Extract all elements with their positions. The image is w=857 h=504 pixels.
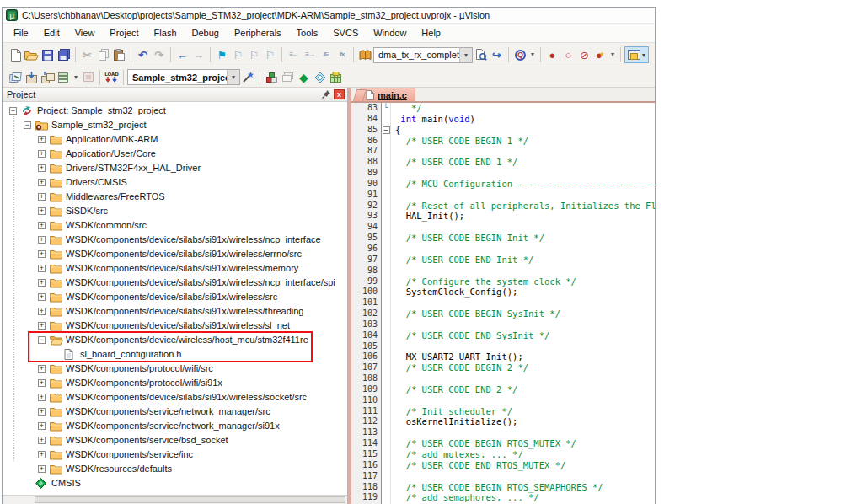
expand-icon[interactable]: + (38, 179, 46, 186)
collapse-icon[interactable]: − (38, 336, 46, 344)
collapse-icon[interactable]: − (9, 107, 17, 115)
expand-icon[interactable]: + (38, 236, 46, 244)
tree-row[interactable]: +WSDK/resources/defaults (3, 462, 347, 476)
expand-icon[interactable]: + (38, 465, 46, 473)
tree-row[interactable]: +Application/User/Core (3, 147, 347, 161)
tree-row[interactable]: +WSDK/components/service/network_manager… (3, 405, 347, 419)
new-file-icon[interactable] (8, 47, 24, 63)
tree-row[interactable]: CMSIS (3, 476, 347, 491)
fold-toggle-icon[interactable]: − (382, 125, 390, 136)
menu-view[interactable]: View (67, 25, 103, 40)
expand-icon[interactable]: + (38, 164, 46, 172)
download-load-icon[interactable]: LOAD (104, 69, 120, 85)
copy-icon[interactable] (95, 47, 111, 63)
expand-icon[interactable]: + (38, 394, 46, 401)
undo-icon[interactable]: ↶ (135, 47, 151, 63)
menu-edit[interactable]: Edit (36, 25, 67, 40)
tree-row[interactable]: −Project: Sample_stm32_project (3, 104, 347, 118)
expand-icon[interactable]: + (38, 279, 46, 287)
batch-build-icon[interactable] (56, 69, 72, 85)
redo-icon[interactable]: ↷ (151, 47, 167, 63)
cut-icon[interactable]: ✂ (79, 47, 95, 63)
expand-icon[interactable]: + (38, 293, 46, 301)
options-for-target-icon[interactable] (240, 69, 256, 85)
unindent-icon[interactable]: ≡← (286, 47, 302, 63)
open-file-icon[interactable] (24, 47, 40, 63)
find-in-files-icon[interactable] (473, 47, 489, 63)
toggle-breakpoint-icon[interactable]: ● (544, 47, 560, 63)
expand-icon[interactable]: + (38, 222, 46, 229)
comment-selection-icon[interactable]: //≡ (318, 47, 334, 63)
batch-build-dropdown-icon[interactable]: ▾ (72, 69, 80, 85)
manage-rte-icon[interactable]: ◆ (296, 69, 312, 85)
next-bookmark-icon[interactable]: ⚐ (246, 47, 262, 63)
target-select-combo[interactable]: Sample_stm32_project ▾ (127, 69, 240, 85)
rebuild-icon[interactable] (40, 69, 56, 85)
expand-icon[interactable]: + (38, 150, 46, 158)
tree-row[interactable]: −WSDK/components/device/wireless/host_mc… (3, 333, 347, 347)
expand-icon[interactable]: + (38, 437, 46, 444)
paste-icon[interactable] (111, 47, 127, 63)
tree-row[interactable]: +WSDK/components/protocol/wifi/src (3, 362, 347, 376)
tree-row[interactable]: sl_board_configuration.h (3, 347, 347, 362)
uncomment-selection-icon[interactable]: //x (334, 47, 350, 63)
multiple-windows-icon[interactable] (280, 69, 296, 85)
code-editor[interactable]: 8384858687888990919293949596979899100101… (351, 103, 655, 504)
function-browse-icon[interactable] (357, 47, 373, 63)
navigate-back-icon[interactable]: ← (174, 47, 190, 63)
navigate-forward-icon[interactable]: → (190, 47, 206, 63)
expand-icon[interactable]: + (38, 451, 46, 458)
tree-row[interactable]: +Middlewares/FreeRTOS (3, 190, 347, 204)
fold-margin[interactable]: └− (382, 103, 391, 504)
tree-row[interactable]: +SiSDK/src (3, 204, 347, 218)
menu-svcs[interactable]: SVCS (325, 25, 366, 40)
pin-icon[interactable] (321, 89, 331, 99)
menu-flash[interactable]: Flash (147, 25, 185, 40)
search-text-combo[interactable]: dma_tx_rx_completed ▾ (373, 47, 473, 63)
tree-row[interactable]: +WSDK/common/src (3, 218, 347, 233)
disable-all-breakpoints-icon[interactable]: ⊘ (576, 47, 592, 63)
project-tree[interactable]: −Project: Sample_stm32_project−Sample_st… (3, 102, 347, 495)
stop-build-icon[interactable] (80, 69, 96, 85)
clear-bookmarks-icon[interactable]: ⚐ (262, 47, 278, 63)
disable-breakpoint-icon[interactable]: ○ (560, 47, 576, 63)
indent-icon[interactable]: ≡→ (302, 47, 318, 63)
breakpoints-dropdown-icon[interactable]: ▾ (608, 47, 617, 63)
expand-icon[interactable]: + (38, 365, 46, 373)
quick-search-icon[interactable]: Q (512, 47, 528, 63)
expand-icon[interactable]: + (38, 408, 46, 416)
tree-row[interactable]: +WSDK/components/device/silabs/si91x/wir… (3, 304, 347, 319)
translate-file-icon[interactable] (8, 69, 24, 85)
expand-icon[interactable]: + (38, 379, 46, 387)
scrollbar-thumb[interactable] (35, 496, 345, 503)
quick-search-dropdown-icon[interactable]: ▾ (528, 47, 537, 63)
tree-row[interactable]: +WSDK/components/device/silabs/si91x/wir… (3, 233, 347, 247)
manage-components-icon[interactable] (264, 69, 280, 85)
tree-row[interactable]: +Drivers/CMSIS (3, 175, 347, 190)
tab-main-c[interactable]: main.c (360, 88, 415, 101)
tree-row[interactable]: +Drivers/STM32F4xx_HAL_Driver (3, 161, 347, 175)
tree-row[interactable]: +WSDK/components/device/silabs/si91x/wir… (3, 319, 347, 333)
tree-row[interactable]: +WSDK/components/device/silabs/si91x/wir… (3, 390, 347, 405)
pack-installer-icon[interactable] (328, 69, 344, 85)
select-software-packs-icon[interactable] (312, 69, 328, 85)
save-all-icon[interactable] (56, 47, 72, 63)
tree-row[interactable]: −Sample_stm32_project (3, 118, 347, 132)
kill-all-breakpoints-icon[interactable]: ●★ (592, 47, 608, 63)
search-combo-dropdown-icon[interactable]: ▾ (459, 48, 472, 62)
expand-icon[interactable]: + (38, 193, 46, 201)
tree-row[interactable]: +WSDK/components/protocol/wifi/si91x (3, 376, 347, 390)
expand-icon[interactable]: + (38, 422, 46, 430)
expand-icon[interactable]: + (38, 308, 46, 315)
tree-row[interactable]: +WSDK/components/device/silabs/si91x/wir… (3, 290, 347, 304)
tree-row[interactable]: +WSDK/components/device/silabs/si91x/wir… (3, 247, 347, 261)
expand-icon[interactable]: + (38, 265, 46, 272)
tree-row[interactable]: +WSDK/components/service/bsd_socket (3, 433, 347, 448)
menu-debug[interactable]: Debug (185, 25, 227, 40)
window-layout-button[interactable]: ▾ (624, 46, 649, 63)
tree-row[interactable]: +WSDK/components/device/silabs/si91x/wir… (3, 276, 347, 290)
menu-window[interactable]: Window (366, 25, 414, 40)
build-icon[interactable] (24, 69, 40, 85)
insert-bookmark-icon[interactable]: ⚑ (214, 47, 230, 63)
expand-icon[interactable]: + (38, 250, 46, 258)
